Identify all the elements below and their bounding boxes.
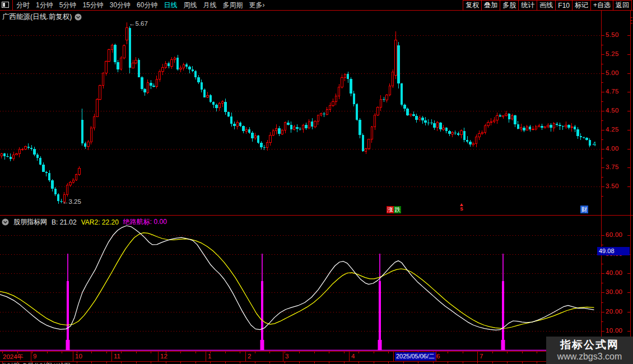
axis-minor-tick bbox=[602, 64, 603, 64]
price-axis-label: 4.25 bbox=[606, 126, 619, 133]
period-tab-4[interactable]: 15分钟 bbox=[82, 1, 103, 10]
indicator-b-value: B: 21.02 bbox=[52, 218, 77, 226]
axis-tick bbox=[477, 362, 478, 363]
axis-tick bbox=[388, 362, 389, 363]
toolbar-button-2[interactable]: 叠加 bbox=[482, 0, 500, 11]
month-separator bbox=[245, 352, 246, 361]
chevron-down-icon[interactable] bbox=[75, 13, 82, 21]
axis-minor-tick bbox=[602, 245, 603, 245]
axis-tick bbox=[403, 362, 404, 363]
xaxis-top-line bbox=[0, 351, 633, 352]
axis-tick bbox=[602, 149, 604, 150]
axis-tick bbox=[627, 167, 630, 168]
month-separator bbox=[111, 352, 112, 361]
period-tab-8[interactable]: 周线 bbox=[183, 1, 197, 10]
indicator-axis-label: 10.00 bbox=[606, 327, 622, 334]
axis-tick bbox=[359, 352, 359, 353]
price-gridline bbox=[0, 35, 601, 36]
axis-tick bbox=[492, 362, 493, 363]
month-separator bbox=[393, 352, 394, 361]
axis-tick bbox=[602, 273, 604, 274]
toolbar-button-3[interactable]: 多股 bbox=[500, 0, 519, 11]
period-tab-9[interactable]: 月线 bbox=[203, 1, 216, 10]
price-axis-label: 5.00 bbox=[606, 69, 619, 76]
clipped-bottom-tabs: 分时图 多日分时图 K线图 bbox=[1, 362, 136, 364]
axis-tick bbox=[602, 235, 604, 236]
axis-tick bbox=[166, 362, 166, 363]
axis-tick bbox=[329, 362, 329, 363]
period-tab-3[interactable]: 5分钟 bbox=[59, 1, 77, 10]
price-gridline bbox=[0, 111, 601, 111]
axis-tick bbox=[507, 352, 508, 353]
axis-tick bbox=[314, 352, 315, 353]
axis-tick bbox=[418, 362, 418, 363]
toolbar-button-5[interactable]: 画线 bbox=[537, 0, 556, 11]
axis-tick bbox=[448, 352, 448, 353]
toolbar-button-6[interactable]: F10 bbox=[556, 0, 573, 11]
toolbar-button-9[interactable]: 返回 bbox=[613, 0, 632, 11]
fall-badge[interactable]: 跌 bbox=[394, 206, 401, 213]
axis-tick bbox=[627, 235, 630, 236]
period-tab-6[interactable]: 60分钟 bbox=[137, 1, 157, 10]
low-price-annotation: ←3.25 bbox=[62, 198, 81, 205]
period-tab-5[interactable]: 30分钟 bbox=[110, 1, 131, 10]
axis-minor-tick bbox=[602, 196, 603, 197]
month-separator bbox=[158, 352, 159, 361]
axis-tick bbox=[602, 111, 604, 111]
indicator-gridline bbox=[0, 273, 601, 274]
axis-tick bbox=[627, 186, 630, 187]
x-axis-label: 7 bbox=[480, 353, 483, 360]
month-separator bbox=[349, 352, 350, 361]
axis-minor-tick bbox=[602, 101, 603, 102]
toolbar-button-4[interactable]: 统计 bbox=[519, 0, 537, 11]
axis-tick bbox=[537, 352, 537, 353]
axis-minor-tick bbox=[602, 177, 603, 178]
indicator-gridline bbox=[0, 254, 601, 255]
indicator-source-label: 股朋指标网 bbox=[13, 217, 47, 227]
axis-tick bbox=[388, 352, 389, 353]
chevron-down-icon[interactable] bbox=[2, 218, 9, 226]
axis-tick bbox=[602, 92, 604, 92]
rise-fall-badge[interactable]: 涨 跌 bbox=[387, 206, 401, 213]
signal-s-label: s bbox=[459, 206, 464, 211]
signal-s-badge[interactable]: s bbox=[459, 203, 464, 211]
axis-tick bbox=[463, 352, 463, 353]
period-tab-11[interactable]: 更多› bbox=[249, 1, 264, 10]
indicator-var2-value: VAR2: 22.20 bbox=[81, 218, 119, 226]
trading-terminal-window: 分时1分钟5分钟15分钟30分钟60分钟日线周线月线多周期更多› 复权叠加多股统… bbox=[0, 0, 633, 364]
period-tab-7[interactable]: 日线 bbox=[164, 1, 177, 10]
toolbar-divider bbox=[12, 0, 13, 11]
axis-tick bbox=[602, 73, 604, 74]
axis-tick bbox=[91, 352, 92, 353]
axis-tick bbox=[602, 130, 604, 130]
axis-tick bbox=[627, 54, 630, 55]
panel-divider-line bbox=[0, 215, 633, 216]
axis-tick bbox=[374, 352, 374, 353]
finance-badge[interactable]: 财 bbox=[580, 206, 588, 213]
crosshair-date-box: 2025/05/06/二 bbox=[395, 352, 436, 361]
axis-tick bbox=[627, 111, 630, 111]
axis-tick bbox=[106, 352, 107, 353]
axis-tick bbox=[602, 331, 604, 332]
watermark-url: www.zbgs3.com bbox=[557, 351, 622, 362]
toolbar-button-1[interactable]: 复权 bbox=[463, 0, 482, 11]
price-gridline bbox=[0, 73, 601, 74]
right-border-line bbox=[630, 11, 631, 364]
axis-minor-tick bbox=[602, 302, 603, 303]
axis-minor-tick bbox=[602, 283, 603, 283]
rise-badge[interactable]: 涨 bbox=[387, 206, 394, 213]
axis-minor-tick bbox=[602, 82, 603, 83]
axis-tick bbox=[299, 352, 300, 353]
toolbar-button-8[interactable]: +自选 bbox=[591, 0, 613, 11]
axis-tick bbox=[196, 362, 196, 363]
x-axis-label: 11 bbox=[114, 353, 120, 360]
period-tab-1[interactable]: 分时 bbox=[16, 1, 30, 10]
toolbar-button-7[interactable]: 标记 bbox=[573, 0, 591, 11]
axis-tick bbox=[602, 312, 604, 312]
period-tab-10[interactable]: 多周期 bbox=[222, 1, 243, 10]
x-axis-label: 10 bbox=[75, 353, 82, 360]
window-split-icon[interactable] bbox=[2, 2, 9, 8]
period-tab-2[interactable]: 1分钟 bbox=[36, 1, 53, 10]
indicator-axis-label: 40.00 bbox=[606, 269, 622, 276]
axis-tick bbox=[314, 362, 315, 363]
